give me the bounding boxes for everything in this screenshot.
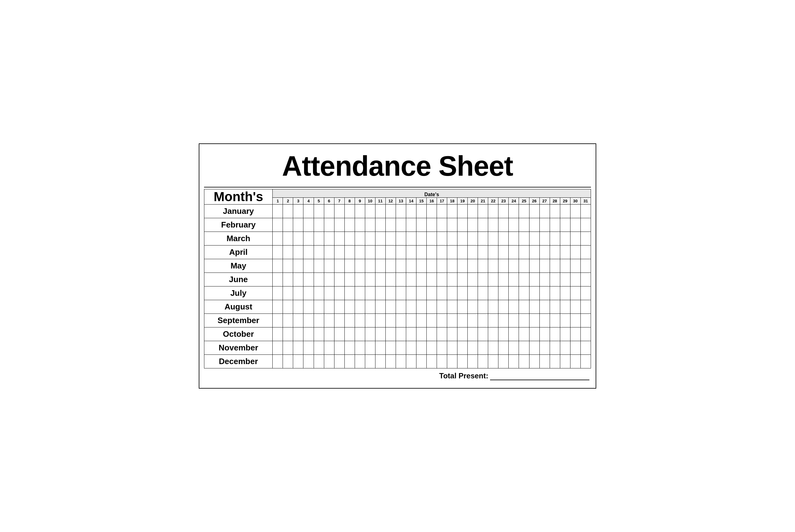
cell-june-27[interactable] xyxy=(539,273,550,286)
cell-november-4[interactable] xyxy=(303,341,314,355)
cell-september-8[interactable] xyxy=(345,314,355,327)
cell-march-10[interactable] xyxy=(365,232,375,246)
cell-november-29[interactable] xyxy=(560,341,570,355)
cell-august-25[interactable] xyxy=(519,300,529,314)
cell-september-23[interactable] xyxy=(498,314,509,327)
cell-june-20[interactable] xyxy=(468,273,478,286)
cell-march-4[interactable] xyxy=(303,232,314,246)
cell-november-15[interactable] xyxy=(417,341,427,355)
cell-april-23[interactable] xyxy=(498,246,509,259)
cell-september-24[interactable] xyxy=(509,314,519,327)
cell-august-21[interactable] xyxy=(478,300,488,314)
cell-september-18[interactable] xyxy=(447,314,458,327)
cell-october-30[interactable] xyxy=(570,327,580,341)
cell-may-25[interactable] xyxy=(519,259,529,273)
cell-april-24[interactable] xyxy=(509,246,519,259)
cell-november-6[interactable] xyxy=(324,341,334,355)
cell-july-27[interactable] xyxy=(539,286,550,300)
cell-may-15[interactable] xyxy=(417,259,427,273)
cell-april-3[interactable] xyxy=(293,246,303,259)
cell-january-11[interactable] xyxy=(375,205,385,218)
cell-october-18[interactable] xyxy=(447,327,458,341)
cell-october-22[interactable] xyxy=(488,327,498,341)
cell-may-10[interactable] xyxy=(365,259,375,273)
cell-july-6[interactable] xyxy=(324,286,334,300)
cell-july-19[interactable] xyxy=(458,286,468,300)
cell-march-24[interactable] xyxy=(509,232,519,246)
cell-september-22[interactable] xyxy=(488,314,498,327)
cell-december-12[interactable] xyxy=(385,355,396,368)
cell-december-15[interactable] xyxy=(417,355,427,368)
cell-may-19[interactable] xyxy=(458,259,468,273)
cell-august-15[interactable] xyxy=(417,300,427,314)
cell-march-9[interactable] xyxy=(355,232,365,246)
cell-november-30[interactable] xyxy=(570,341,580,355)
cell-july-14[interactable] xyxy=(406,286,416,300)
cell-january-28[interactable] xyxy=(550,205,560,218)
cell-april-31[interactable] xyxy=(580,246,591,259)
cell-december-21[interactable] xyxy=(478,355,488,368)
cell-june-2[interactable] xyxy=(283,273,293,286)
cell-september-9[interactable] xyxy=(355,314,365,327)
cell-february-12[interactable] xyxy=(385,218,396,232)
cell-january-10[interactable] xyxy=(365,205,375,218)
cell-april-4[interactable] xyxy=(303,246,314,259)
cell-march-8[interactable] xyxy=(345,232,355,246)
cell-august-14[interactable] xyxy=(406,300,416,314)
cell-october-2[interactable] xyxy=(283,327,293,341)
cell-january-13[interactable] xyxy=(396,205,406,218)
cell-november-12[interactable] xyxy=(385,341,396,355)
cell-april-25[interactable] xyxy=(519,246,529,259)
cell-november-7[interactable] xyxy=(334,341,345,355)
cell-may-24[interactable] xyxy=(509,259,519,273)
cell-july-21[interactable] xyxy=(478,286,488,300)
cell-july-18[interactable] xyxy=(447,286,458,300)
cell-june-29[interactable] xyxy=(560,273,570,286)
cell-february-31[interactable] xyxy=(580,218,591,232)
cell-december-24[interactable] xyxy=(509,355,519,368)
cell-april-8[interactable] xyxy=(345,246,355,259)
cell-march-20[interactable] xyxy=(468,232,478,246)
cell-november-14[interactable] xyxy=(406,341,416,355)
cell-march-25[interactable] xyxy=(519,232,529,246)
cell-april-1[interactable] xyxy=(273,246,283,259)
cell-december-1[interactable] xyxy=(273,355,283,368)
cell-january-4[interactable] xyxy=(303,205,314,218)
cell-july-5[interactable] xyxy=(314,286,324,300)
cell-november-16[interactable] xyxy=(427,341,437,355)
cell-december-19[interactable] xyxy=(458,355,468,368)
cell-june-28[interactable] xyxy=(550,273,560,286)
cell-november-19[interactable] xyxy=(458,341,468,355)
cell-august-17[interactable] xyxy=(437,300,447,314)
cell-june-25[interactable] xyxy=(519,273,529,286)
cell-january-14[interactable] xyxy=(406,205,416,218)
cell-april-13[interactable] xyxy=(396,246,406,259)
cell-december-27[interactable] xyxy=(539,355,550,368)
cell-february-10[interactable] xyxy=(365,218,375,232)
cell-october-11[interactable] xyxy=(375,327,385,341)
cell-february-2[interactable] xyxy=(283,218,293,232)
cell-december-8[interactable] xyxy=(345,355,355,368)
cell-october-25[interactable] xyxy=(519,327,529,341)
cell-october-27[interactable] xyxy=(539,327,550,341)
cell-november-23[interactable] xyxy=(498,341,509,355)
cell-september-3[interactable] xyxy=(293,314,303,327)
cell-june-4[interactable] xyxy=(303,273,314,286)
cell-august-19[interactable] xyxy=(458,300,468,314)
cell-may-17[interactable] xyxy=(437,259,447,273)
cell-january-6[interactable] xyxy=(324,205,334,218)
cell-november-26[interactable] xyxy=(529,341,539,355)
cell-december-10[interactable] xyxy=(365,355,375,368)
cell-april-2[interactable] xyxy=(283,246,293,259)
cell-february-20[interactable] xyxy=(468,218,478,232)
cell-june-13[interactable] xyxy=(396,273,406,286)
cell-january-5[interactable] xyxy=(314,205,324,218)
cell-july-31[interactable] xyxy=(580,286,591,300)
cell-september-31[interactable] xyxy=(580,314,591,327)
cell-april-9[interactable] xyxy=(355,246,365,259)
cell-october-29[interactable] xyxy=(560,327,570,341)
cell-may-22[interactable] xyxy=(488,259,498,273)
cell-march-7[interactable] xyxy=(334,232,345,246)
cell-august-22[interactable] xyxy=(488,300,498,314)
cell-may-28[interactable] xyxy=(550,259,560,273)
